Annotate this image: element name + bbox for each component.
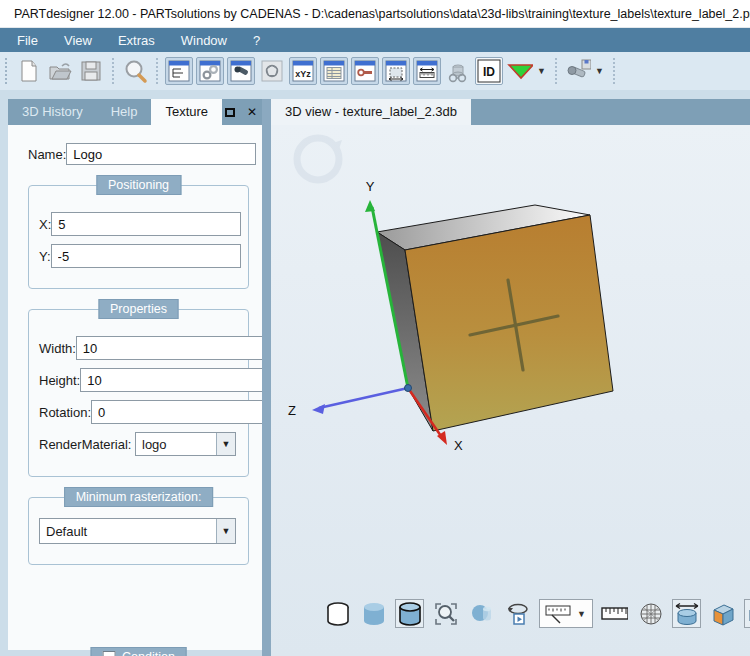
sketch-icon[interactable] — [258, 57, 286, 85]
rasterization-title: Minimum rasterization: — [64, 487, 214, 507]
y-input[interactable] — [51, 244, 241, 268]
positioning-group: Positioning X: Y: — [28, 185, 249, 289]
solid-cube-icon[interactable] — [744, 599, 750, 628]
toolbar-grip — [5, 58, 10, 84]
ruler-icon[interactable] — [600, 599, 629, 628]
tools-chain-icon[interactable] — [196, 57, 224, 85]
z-axis-label: Z — [288, 403, 296, 418]
xyz-icon-text: xYz — [295, 69, 311, 79]
3d-viewport[interactable]: Y Z X ▼ — [271, 125, 750, 656]
generate-screw-icon[interactable] — [564, 57, 592, 85]
x-input[interactable] — [51, 212, 241, 236]
rasterization-group: Minimum rasterization: Default ▼ — [28, 497, 249, 565]
x-axis-label: X — [454, 438, 463, 453]
window-title: PARTdesigner 12.00 - PARTsolutions by CA… — [14, 7, 750, 21]
shaded-cylinder-icon[interactable] — [359, 599, 388, 628]
cube — [377, 205, 613, 431]
toolbar-separator — [112, 58, 114, 84]
maximize-icon — [225, 108, 235, 117]
panel-close-button[interactable]: ✕ — [244, 104, 260, 120]
width-label: Width: — [39, 341, 76, 356]
value-table-icon[interactable] — [320, 57, 348, 85]
filter-dropdown-caret[interactable]: ▼ — [537, 66, 546, 76]
measure-area-icon[interactable] — [382, 57, 410, 85]
rotate-view-icon[interactable] — [503, 599, 532, 628]
new-document-icon[interactable] — [15, 57, 43, 85]
open-icon[interactable] — [46, 57, 74, 85]
rotation-input[interactable] — [91, 400, 281, 424]
id-icon-text: ID — [483, 65, 495, 79]
3d-view-panel: 3D view - texture_label_2.3db — [271, 99, 750, 656]
name-label: Name: — [28, 147, 66, 162]
left-tab-bar: 3D History Help Texture ✕ — [8, 99, 262, 125]
generate-dropdown-caret[interactable]: ▼ — [595, 66, 604, 76]
properties-group: Properties Width: Height: Rotation: Rend… — [28, 309, 249, 477]
wireframe-cylinder-icon[interactable] — [323, 599, 352, 628]
toolbar-separator — [156, 58, 158, 84]
view-tab-bar: 3D view - texture_label_2.3db — [271, 99, 750, 125]
texture-panel: 3D History Help Texture ✕ Name: Position… — [8, 99, 262, 650]
save-icon[interactable] — [77, 57, 105, 85]
dimension-label-icon[interactable] — [351, 57, 379, 85]
rotate-watermark-icon — [297, 138, 342, 180]
x-label: X: — [39, 217, 51, 232]
history-tree-icon[interactable] — [165, 57, 193, 85]
condition-title: Condition — [122, 650, 175, 656]
rasterization-select[interactable]: Default ▼ — [39, 518, 236, 544]
tab-3d-history[interactable]: 3D History — [8, 99, 97, 125]
measure-grid-dropdown[interactable]: ▼ — [539, 599, 593, 628]
main-toolbar: xYz ID ▼ ▼ — [0, 52, 750, 90]
name-input[interactable] — [66, 143, 256, 165]
toolbar-separator — [613, 58, 615, 84]
chevron-down-icon[interactable]: ▼ — [216, 519, 235, 543]
chevron-down-icon[interactable]: ▼ — [577, 609, 586, 619]
chevron-down-icon[interactable]: ▼ — [216, 433, 235, 455]
zoom-search-icon[interactable] — [121, 57, 149, 85]
properties-title: Properties — [98, 299, 179, 319]
condition-checkbox[interactable] — [102, 651, 115, 656]
axes-origin — [405, 385, 412, 392]
zoom-fit-icon[interactable] — [431, 599, 460, 628]
mesh-sphere-icon[interactable] — [636, 599, 665, 628]
tab-help[interactable]: Help — [97, 99, 152, 125]
z-axis — [312, 388, 408, 414]
rasterization-value: Default — [40, 524, 216, 539]
height-label: Height: — [39, 373, 80, 388]
toolbar-separator — [555, 58, 557, 84]
screw-icon[interactable] — [227, 57, 255, 85]
condition-header: Condition — [90, 647, 187, 656]
render-material-select[interactable]: logo ▼ — [135, 432, 236, 456]
menu-extras[interactable]: Extras — [105, 30, 168, 51]
positioning-title: Positioning — [96, 175, 181, 195]
menu-file[interactable]: File — [4, 30, 51, 51]
render-material-value: logo — [136, 437, 216, 452]
id-display-icon[interactable]: ID — [475, 57, 503, 85]
render-material-label: RenderMaterial: — [39, 437, 135, 452]
close-icon: ✕ — [247, 105, 257, 119]
panel-maximize-button[interactable] — [222, 104, 238, 120]
y-axis-label: Y — [366, 179, 375, 194]
fit-cylinder-icon[interactable] — [672, 599, 701, 628]
filter-triangle-icon[interactable] — [506, 57, 534, 85]
menu-window[interactable]: Window — [168, 30, 240, 51]
rotation-label: Rotation: — [39, 405, 91, 420]
tab-3d-view[interactable]: 3D view - texture_label_2.3db — [271, 99, 471, 125]
variables-xyz-icon[interactable]: xYz — [289, 57, 317, 85]
y-label: Y: — [39, 249, 51, 264]
height-input[interactable] — [80, 368, 270, 392]
panel-splitter[interactable] — [262, 99, 271, 656]
title-bar: PARTdesigner 12.00 - PARTsolutions by CA… — [0, 0, 750, 28]
cube-front-face — [405, 215, 613, 431]
view-toolbar: ▼ — [323, 599, 750, 628]
transparency-sphere-icon[interactable] — [467, 599, 496, 628]
menu-help[interactable]: ? — [240, 30, 273, 51]
3d-scene: Y Z X — [271, 125, 750, 655]
view-glasses-icon[interactable] — [444, 57, 472, 85]
menu-bar: File View Extras Window ? — [0, 28, 750, 52]
width-input[interactable] — [76, 336, 266, 360]
shaded-edges-cylinder-icon[interactable] — [395, 599, 424, 628]
menu-view[interactable]: View — [51, 30, 105, 51]
texture-cube-icon[interactable] — [708, 599, 737, 628]
tab-texture[interactable]: Texture — [151, 99, 222, 125]
measure-distance-icon[interactable] — [413, 57, 441, 85]
